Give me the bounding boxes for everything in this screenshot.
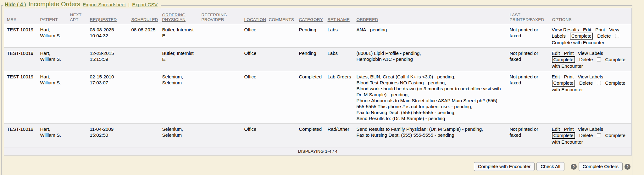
cell-scheduled bbox=[129, 71, 159, 124]
table-header-row: MR#PATIENTNEXT APTREQUESTEDSCHEDULEDORDE… bbox=[4, 8, 632, 24]
panel-legend: Hide ( 4 ) Incomplete Orders Export Spre… bbox=[3, 1, 161, 8]
cell-mr: TEST-10019 bbox=[4, 48, 37, 71]
cell-mr: TEST-10019 bbox=[4, 24, 37, 48]
table-body: TEST-10019Hart, William S.08-08-2025 10:… bbox=[4, 24, 632, 147]
print-link[interactable]: Print bbox=[564, 74, 574, 79]
cell-requested: 02-15-2010 17:03:07 bbox=[87, 71, 129, 124]
column-header-options: OPTIONS bbox=[549, 8, 632, 24]
cell-ordered: Lytes, BUN, Creat (Call if K+ is <3.0) -… bbox=[354, 71, 507, 124]
delete-link[interactable]: Delete bbox=[579, 133, 593, 138]
delete-link[interactable]: Delete bbox=[579, 57, 593, 62]
cell-patient: Hart, William S. bbox=[37, 24, 67, 48]
cell-comments bbox=[266, 48, 296, 71]
column-header-last-printed-faxed: LAST PRINTED/FAXED bbox=[507, 8, 549, 24]
cell-location: Office bbox=[242, 48, 266, 71]
complete-order-button[interactable]: Complete bbox=[552, 132, 575, 139]
help-icon[interactable]: ? bbox=[571, 164, 577, 170]
cell-patient: Hart, William S. bbox=[37, 71, 67, 124]
incomplete-orders-panel: Hide ( 4 ) Incomplete Orders Export Spre… bbox=[1, 5, 632, 175]
edit-link[interactable]: Edit bbox=[552, 74, 560, 79]
cell-location: Office bbox=[242, 24, 266, 48]
cell-requested: 08-08-2025 10:04:32 bbox=[87, 24, 129, 48]
cell-next-apt bbox=[67, 124, 87, 147]
print-link[interactable]: Print bbox=[564, 50, 574, 56]
cell-last-printed-faxed: Not printed or faxed bbox=[507, 48, 549, 71]
complete-order-button[interactable]: Complete bbox=[570, 33, 593, 40]
cell-location: Office bbox=[242, 124, 266, 147]
column-header-scheduled[interactable]: SCHEDULED bbox=[129, 8, 159, 24]
order-row: TEST-10019Hart, William S.02-15-2010 17:… bbox=[4, 71, 632, 124]
hide-toggle-link[interactable]: Hide ( 4 ) bbox=[5, 2, 26, 8]
cell-set-name: Labs bbox=[325, 48, 354, 71]
cell-ordered: (80061) Lipid Profile - pending, Hemoglo… bbox=[354, 48, 507, 71]
edit-link[interactable]: Edit bbox=[552, 126, 560, 132]
cell-ordering-physician: Butler, Internist E. bbox=[159, 48, 199, 71]
cell-location: Office bbox=[242, 71, 266, 124]
edit-link[interactable]: Edit bbox=[583, 27, 591, 32]
complete-with-encounter-checkbox[interactable] bbox=[597, 81, 601, 85]
cell-options: View Results Edit Print View Labels Comp… bbox=[549, 24, 632, 48]
cell-ordering-physician: Selenium, Selenium bbox=[159, 124, 199, 147]
delete-link[interactable]: Delete bbox=[579, 80, 593, 86]
check-all-button[interactable]: Check All bbox=[536, 162, 564, 171]
column-header-category[interactable]: CATEGORY bbox=[296, 8, 325, 24]
incomplete-orders-table: MR#PATIENTNEXT APTREQUESTEDSCHEDULEDORDE… bbox=[4, 8, 632, 156]
cell-scheduled bbox=[129, 48, 159, 71]
cell-next-apt bbox=[67, 48, 87, 71]
cell-patient: Hart, William S. bbox=[37, 48, 67, 71]
column-header-ordered[interactable]: ORDERED bbox=[354, 8, 507, 24]
cell-options: Edit Print View Labels Complete Delete C… bbox=[549, 124, 632, 147]
view-results-link[interactable]: View Results bbox=[552, 27, 579, 32]
cell-category: Completed bbox=[296, 71, 325, 124]
complete-with-encounter-checkbox[interactable] bbox=[597, 57, 601, 61]
cell-referring-provider bbox=[199, 71, 242, 124]
complete-with-encounter-link[interactable]: Complete with Encounter bbox=[552, 40, 605, 45]
view-labels-link[interactable]: View Labels bbox=[578, 126, 603, 132]
column-header-location[interactable]: LOCATION bbox=[242, 8, 266, 24]
legend-separator: | bbox=[128, 2, 130, 8]
cell-scheduled bbox=[129, 124, 159, 147]
print-link[interactable]: Print bbox=[595, 27, 605, 32]
complete-with-encounter-button[interactable]: Complete with Encounter bbox=[474, 162, 535, 171]
cell-category: Pending bbox=[296, 48, 325, 71]
cell-ordered: ANA - pending bbox=[354, 24, 507, 48]
cell-comments bbox=[266, 124, 296, 147]
cell-ordering-physician: Selenium, Selenium bbox=[159, 71, 199, 124]
view-labels-link[interactable]: View Labels bbox=[578, 74, 603, 79]
complete-order-button[interactable]: Complete bbox=[552, 56, 575, 63]
cell-category: Pending bbox=[296, 24, 325, 48]
column-header-patient: PATIENT bbox=[37, 8, 67, 24]
delete-link[interactable]: Delete bbox=[597, 33, 611, 39]
complete-with-encounter-checkbox[interactable] bbox=[615, 34, 619, 38]
order-row: TEST-10019Hart, William S.12-23-2015 15:… bbox=[4, 48, 632, 71]
cell-last-printed-faxed: Not printed or faxed bbox=[507, 71, 549, 124]
cell-requested: 12-23-2015 15:15:59 bbox=[87, 48, 129, 71]
column-header-ordering-physician[interactable]: ORDERING PHYSICIAN bbox=[159, 8, 199, 24]
cell-referring-provider bbox=[199, 24, 242, 48]
cell-next-apt bbox=[67, 24, 87, 48]
complete-with-encounter-checkbox[interactable] bbox=[597, 133, 601, 137]
export-spreadsheet-link[interactable]: Export Spreadsheet bbox=[83, 2, 126, 8]
orders-table-wrap: MR#PATIENTNEXT APTREQUESTEDSCHEDULEDORDE… bbox=[4, 8, 632, 156]
print-link[interactable]: Print bbox=[564, 126, 574, 132]
action-bar: Complete with Encounter Check All ? Comp… bbox=[474, 162, 630, 171]
cell-ordering-physician: Butler, Internist E. bbox=[159, 24, 199, 48]
edit-link[interactable]: Edit bbox=[552, 50, 560, 56]
cell-set-name: Labs bbox=[325, 24, 354, 48]
cell-ordered: Send Results to Family Physician: (Dr. M… bbox=[354, 124, 507, 147]
view-labels-link[interactable]: View Labels bbox=[578, 50, 603, 56]
cell-comments bbox=[266, 24, 296, 48]
help-icon[interactable]: ? bbox=[625, 164, 630, 170]
column-header-set-name[interactable]: SET NAME bbox=[325, 8, 354, 24]
cell-options: Edit Print View Labels Complete Delete C… bbox=[549, 48, 632, 71]
cell-last-printed-faxed: Not printed or faxed bbox=[507, 24, 549, 48]
column-header-requested[interactable]: REQUESTED bbox=[87, 8, 129, 24]
cell-referring-provider bbox=[199, 48, 242, 71]
complete-order-button[interactable]: Complete bbox=[552, 80, 575, 87]
export-csv-link[interactable]: Export CSV bbox=[132, 2, 158, 8]
page-title: Incomplete Orders bbox=[29, 1, 80, 8]
complete-orders-button[interactable]: Complete Orders bbox=[579, 162, 623, 171]
cell-patient: Hart, William S. bbox=[37, 124, 67, 147]
cell-referring-provider bbox=[199, 124, 242, 147]
order-row: TEST-10019Hart, William S.11-04-2009 15:… bbox=[4, 124, 632, 147]
